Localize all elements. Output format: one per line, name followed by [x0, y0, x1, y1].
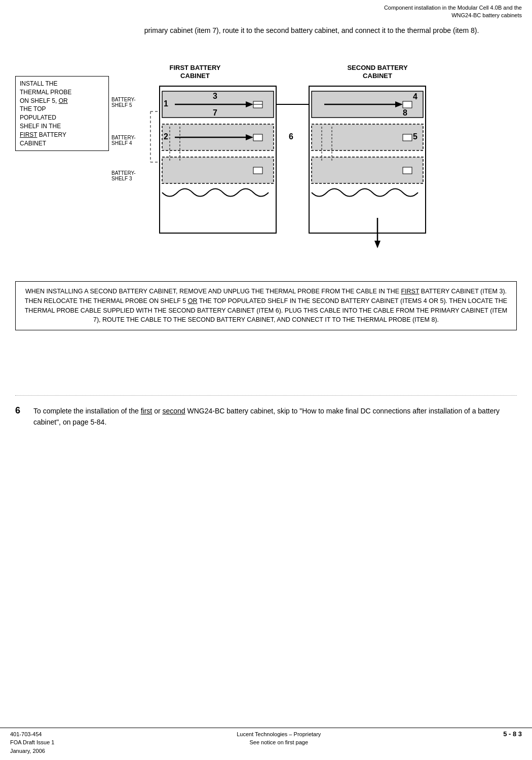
svg-text:BATTERY-: BATTERY- [111, 97, 136, 102]
svg-rect-28 [253, 167, 262, 174]
svg-rect-41 [403, 134, 412, 141]
draft-issue: FOA Draft Issue 1 [10, 738, 54, 747]
svg-text:SHELF 5: SHELF 5 [111, 102, 132, 108]
svg-text:4: 4 [413, 92, 417, 101]
footer-left: 401-703-454 FOA Draft Issue 1 January, 2… [10, 730, 54, 755]
warning-or-underline: OR [188, 297, 198, 305]
warning-first-underline: FIRST [401, 288, 419, 295]
diagram-svg: FIRST BATTERY CABINET SECOND BATTERY CAB… [109, 61, 494, 263]
svg-text:CABINET: CABINET [363, 72, 392, 80]
svg-text:FIRST BATTERY: FIRST BATTERY [169, 64, 220, 71]
svg-text:6: 6 [289, 132, 293, 141]
svg-text:3: 3 [213, 92, 217, 100]
svg-text:5: 5 [413, 132, 417, 141]
svg-text:2: 2 [164, 132, 168, 141]
intro-text: primary cabinet (item 7), route it to th… [122, 25, 502, 36]
footer-center: Lucent Technologies – Proprietary See no… [237, 730, 321, 747]
svg-text:SHELF 3: SHELF 3 [111, 176, 132, 181]
step-6: 6 To complete the installation of the fi… [15, 405, 517, 428]
svg-text:BATTERY-: BATTERY- [111, 135, 136, 140]
step-text: To complete the installation of the firs… [33, 405, 517, 428]
svg-marker-32 [374, 241, 381, 248]
header-line2: WNG24-BC battery cabinets [384, 12, 522, 19]
svg-rect-44 [403, 167, 412, 174]
doc-number: 401-703-454 [10, 730, 54, 739]
svg-text:SHELF 4: SHELF 4 [111, 140, 132, 146]
footer-center-line1: Lucent Technologies – Proprietary [237, 730, 321, 739]
diagram-container: INSTALL THE THERMAL PROBE ON SHELF 5, OR… [15, 61, 517, 279]
warning-box: WHEN INSTALLING A SECOND BATTERY CABINET… [15, 281, 517, 330]
svg-text:BATTERY-: BATTERY- [111, 170, 136, 176]
separator [15, 395, 517, 396]
svg-text:SECOND BATTERY: SECOND BATTERY [347, 64, 408, 71]
step6-first-underline: first [141, 407, 153, 415]
step6-second-underline: second [162, 407, 185, 415]
footer-page: 5 - 8 3 [503, 730, 522, 738]
page-header: Component installation in the Modular Ce… [384, 4, 522, 20]
page-footer: 401-703-454 FOA Draft Issue 1 January, 2… [0, 728, 532, 755]
footer-date: January, 2006 [10, 747, 54, 755]
callout-box: INSTALL THE THERMAL PROBE ON SHELF 5, OR… [15, 76, 109, 151]
svg-rect-25 [253, 134, 262, 141]
svg-text:CABINET: CABINET [180, 72, 210, 80]
svg-text:1: 1 [164, 99, 168, 108]
header-line1: Component installation in the Modular Ce… [384, 4, 522, 12]
step-number: 6 [15, 405, 27, 428]
svg-text:7: 7 [213, 108, 217, 117]
svg-rect-37 [403, 101, 412, 108]
footer-center-line2: See notice on first page [237, 738, 321, 747]
svg-text:8: 8 [403, 108, 407, 117]
